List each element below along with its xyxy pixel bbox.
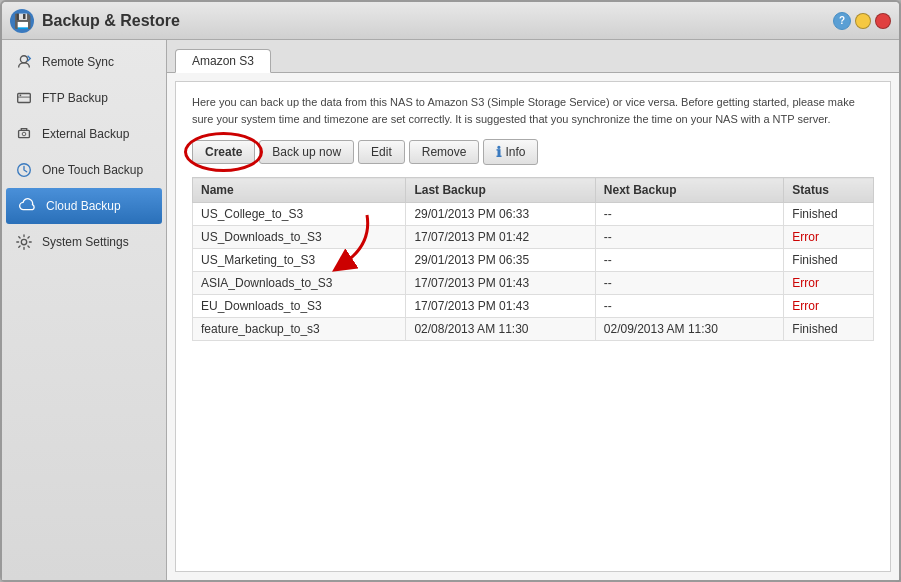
sidebar-label-system-settings: System Settings <box>42 235 129 249</box>
sidebar-item-system-settings[interactable]: System Settings <box>2 224 166 260</box>
cell-status: Finished <box>784 203 874 226</box>
external-backup-icon <box>14 124 34 144</box>
close-button[interactable] <box>875 13 891 29</box>
main-window: 💾 Backup & Restore ? Remote Sync <box>0 0 901 582</box>
cell-status: Finished <box>784 318 874 341</box>
cell-next-backup: -- <box>595 272 783 295</box>
table-row[interactable]: US_Marketing_to_S329/01/2013 PM 06:35--F… <box>193 249 874 272</box>
cell-last-backup: 17/07/2013 PM 01:43 <box>406 272 595 295</box>
tab-bar: Amazon S3 <box>167 40 899 73</box>
help-button[interactable]: ? <box>833 12 851 30</box>
info-icon: ℹ <box>496 144 501 160</box>
create-button[interactable]: Create <box>192 140 255 164</box>
window-controls: ? <box>833 12 891 30</box>
system-settings-icon <box>14 232 34 252</box>
svg-rect-3 <box>19 130 30 137</box>
cell-last-backup: 17/07/2013 PM 01:43 <box>406 295 595 318</box>
table-row[interactable]: feature_backup_to_s302/08/2013 AM 11:300… <box>193 318 874 341</box>
titlebar: 💾 Backup & Restore ? <box>2 2 899 40</box>
remote-sync-icon <box>14 52 34 72</box>
create-button-wrapper: Create <box>192 140 255 164</box>
one-touch-backup-icon <box>14 160 34 180</box>
cell-name: US_Marketing_to_S3 <box>193 249 406 272</box>
svg-rect-1 <box>18 94 31 103</box>
svg-point-4 <box>22 132 26 136</box>
svg-point-0 <box>20 56 27 63</box>
cell-name: US_Downloads_to_S3 <box>193 226 406 249</box>
backup-now-button[interactable]: Back up now <box>259 140 354 164</box>
ftp-backup-icon <box>14 88 34 108</box>
content-area: Amazon S3 Here you can back up the data … <box>167 40 899 580</box>
sidebar-label-ftp-backup: FTP Backup <box>42 91 108 105</box>
sidebar-item-external-backup[interactable]: External Backup <box>2 116 166 152</box>
status-error-link[interactable]: Error <box>792 276 819 290</box>
cell-next-backup: -- <box>595 203 783 226</box>
remove-button[interactable]: Remove <box>409 140 480 164</box>
info-description: Here you can back up the data from this … <box>192 94 874 127</box>
sidebar-item-remote-sync[interactable]: Remote Sync <box>2 44 166 80</box>
cell-name: US_College_to_S3 <box>193 203 406 226</box>
svg-point-2 <box>20 94 22 96</box>
minimize-button[interactable] <box>855 13 871 29</box>
table-row[interactable]: ASIA_Downloads_to_S317/07/2013 PM 01:43-… <box>193 272 874 295</box>
table-row[interactable]: EU_Downloads_to_S317/07/2013 PM 01:43--E… <box>193 295 874 318</box>
cell-name: feature_backup_to_s3 <box>193 318 406 341</box>
info-button-label: Info <box>505 145 525 159</box>
cell-last-backup: 29/01/2013 PM 06:35 <box>406 249 595 272</box>
cell-next-backup: -- <box>595 226 783 249</box>
cloud-backup-icon <box>18 196 38 216</box>
cell-next-backup: -- <box>595 249 783 272</box>
cell-name: EU_Downloads_to_S3 <box>193 295 406 318</box>
cell-name: ASIA_Downloads_to_S3 <box>193 272 406 295</box>
info-button[interactable]: ℹ Info <box>483 139 538 165</box>
status-error-link[interactable]: Error <box>792 299 819 313</box>
sidebar-item-one-touch-backup[interactable]: One Touch Backup <box>2 152 166 188</box>
table-row[interactable]: US_Downloads_to_S317/07/2013 PM 01:42--E… <box>193 226 874 249</box>
cell-status[interactable]: Error <box>784 295 874 318</box>
status-error-link[interactable]: Error <box>792 230 819 244</box>
sidebar-item-ftp-backup[interactable]: FTP Backup <box>2 80 166 116</box>
backup-table: Name Last Backup Next Backup Status US_C… <box>192 177 874 341</box>
col-header-next-backup: Next Backup <box>595 178 783 203</box>
cell-status[interactable]: Error <box>784 226 874 249</box>
cell-last-backup: 17/07/2013 PM 01:42 <box>406 226 595 249</box>
main-layout: Remote Sync FTP Backup <box>2 40 899 580</box>
cell-status[interactable]: Error <box>784 272 874 295</box>
table-row[interactable]: US_College_to_S329/01/2013 PM 06:33--Fin… <box>193 203 874 226</box>
toolbar: Create Back up now Edit Remove ℹ Info <box>192 139 874 165</box>
cell-next-backup: 02/09/2013 AM 11:30 <box>595 318 783 341</box>
sidebar-label-external-backup: External Backup <box>42 127 129 141</box>
col-header-name: Name <box>193 178 406 203</box>
content-body: Here you can back up the data from this … <box>175 81 891 572</box>
col-header-last-backup: Last Backup <box>406 178 595 203</box>
tab-amazon-s3[interactable]: Amazon S3 <box>175 49 271 73</box>
sidebar: Remote Sync FTP Backup <box>2 40 167 580</box>
cell-last-backup: 29/01/2013 PM 06:33 <box>406 203 595 226</box>
cell-status: Finished <box>784 249 874 272</box>
sidebar-label-cloud-backup: Cloud Backup <box>46 199 121 213</box>
sidebar-label-one-touch-backup: One Touch Backup <box>42 163 143 177</box>
sidebar-label-remote-sync: Remote Sync <box>42 55 114 69</box>
cell-last-backup: 02/08/2013 AM 11:30 <box>406 318 595 341</box>
window-title: Backup & Restore <box>42 12 833 30</box>
svg-point-6 <box>21 239 26 244</box>
col-header-status: Status <box>784 178 874 203</box>
sidebar-item-cloud-backup[interactable]: Cloud Backup <box>6 188 162 224</box>
app-icon: 💾 <box>10 9 34 33</box>
edit-button[interactable]: Edit <box>358 140 405 164</box>
cell-next-backup: -- <box>595 295 783 318</box>
